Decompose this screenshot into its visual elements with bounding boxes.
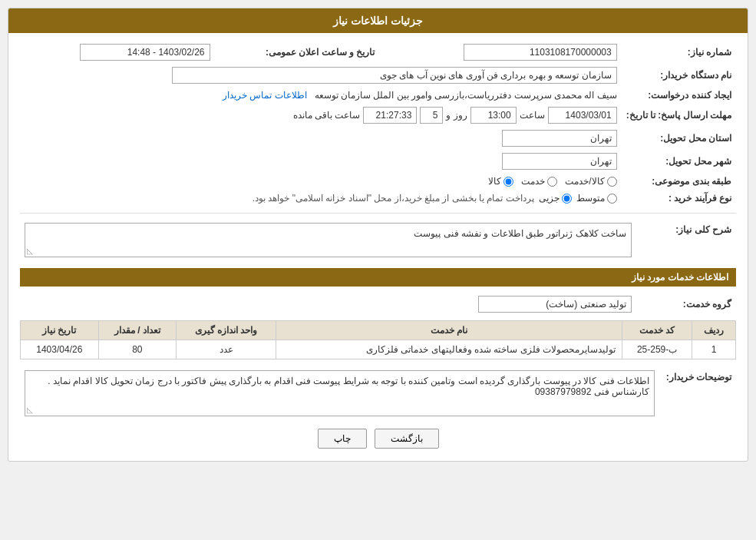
announcement-label: تاریخ و ساعت اعلان عمومی: [215,41,380,64]
creator-label: ایجاد کننده درخواست: [622,87,736,104]
buyer-description-text: اطلاعات فنی کالا در پیوست بارگذاری گردید… [48,376,649,397]
need-number-value-cell: 1103108170000003 [395,41,621,64]
buyer-value: سازمان توسعه و بهره برداری فن آوری های ن… [172,67,617,84]
buyer-value-cell: سازمان توسعه و بهره برداری فن آوری های ن… [20,64,622,87]
category-label: طبقه بندی موضوعی: [622,173,736,190]
response-days-label: روز و [446,110,467,121]
response-time-label: ساعت [520,110,545,121]
group-label: گروه خدمت: [636,293,736,316]
card-body: شماره نیاز: 1103108170000003 تاریخ و ساع… [8,33,748,461]
resize-handle-2: ◺ [27,406,33,414]
cell-qty: 80 [98,340,177,359]
category-option-kala[interactable]: کالا [488,176,513,187]
col-name: نام خدمت [276,321,622,340]
cell-unit: عدد [177,340,276,359]
table-row: 1 ب-259-25 تولیدسایرمحصولات فلزی ساخته ش… [21,340,736,359]
response-deadline-row: 1403/03/01 ساعت 13:00 روز و 5 21:27:33 س… [20,104,622,127]
col-date: تاریخ نیاز [21,321,99,340]
back-button[interactable]: بازگشت [375,429,439,449]
category-label-kala-khadamat: کالا/خدمت [565,176,604,187]
category-radio-kala-khadamat[interactable] [607,177,617,187]
group-value: تولید صنعتی (ساخت) [478,296,632,313]
buyer-description-value: اطلاعات فنی کالا در پیوست بارگذاری گردید… [25,370,655,416]
announcement-value: 1403/02/26 - 14:48 [80,44,210,61]
group-value-cell: تولید صنعتی (ساخت) [20,293,636,316]
category-radio-khadamat[interactable] [547,177,557,187]
creator-value: سیف اله محمدی سرپرست دفترریاست،بازرسی وا… [315,90,617,101]
response-remaining: 21:27:33 [363,107,417,124]
col-unit: واحد اندازه گیری [177,321,276,340]
buyer-description-table: توضیحات خریدار: اطلاعات فنی کالا در پیوس… [20,367,736,419]
need-description-table: شرح کلی نیاز: ساخت کلاهک ژنراتور طبق اطل… [20,220,736,260]
category-label-kala: کالا [488,176,501,187]
process-note: پرداخت تمام یا بخشی از مبلغ خرید،از محل … [253,193,534,204]
province-value: تهران [502,130,617,147]
category-label-khadamat: خدمت [521,176,545,187]
response-days: 5 [420,107,443,124]
category-options-cell: کالا/خدمت خدمت کالا [20,173,622,190]
group-service-table: گروه خدمت: تولید صنعتی (ساخت) [20,293,736,316]
print-button[interactable]: چاپ [318,429,367,449]
creator-value-cell: سیف اله محمدی سرپرست دفترریاست،بازرسی وا… [20,87,622,104]
col-row: ردیف [692,321,736,340]
need-number-value: 1103108170000003 [464,44,617,61]
cell-name: تولیدسایرمحصولات فلزی ساخته شده وفعالیته… [276,340,622,359]
process-label: نوع فرآیند خرید : [622,190,736,207]
city-label: شهر محل تحویل: [622,150,736,173]
services-table: ردیف کد خدمت نام خدمت واحد اندازه گیری ت… [20,320,736,359]
cell-row: 1 [692,340,736,359]
col-qty: تعداد / مقدار [98,321,177,340]
process-label-jozii: جزیی [539,193,560,204]
cell-code: ب-259-25 [622,340,692,359]
cell-date: 1403/04/26 [21,340,99,359]
response-remaining-label: ساعت باقی مانده [293,110,361,121]
button-row: بازگشت چاپ [20,429,736,449]
col-code: کد خدمت [622,321,692,340]
need-description-value-cell: ساخت کلاهک ژنراتور طبق اطلاعات و نفشه فن… [20,220,636,260]
category-option-kala-khadamat[interactable]: کالا/خدمت [565,176,616,187]
buyer-description-label: توضیحات خریدار: [659,367,736,419]
process-label-motavaset: متوسط [576,193,605,204]
city-value: تهران [502,153,617,170]
category-option-khadamat[interactable]: خدمت [521,176,557,187]
creator-link[interactable]: اطلاعات تماس خریدار [223,90,307,101]
main-card: جزئیات اطلاعات نیاز شماره نیاز: 11031081… [8,8,748,462]
page-title: جزئیات اطلاعات نیاز [8,8,748,33]
province-value-cell: تهران [20,127,622,150]
page-container: جزئیات اطلاعات نیاز شماره نیاز: 11031081… [0,0,756,540]
city-value-cell: تهران [20,150,622,173]
process-radio-jozii[interactable] [562,194,572,204]
response-deadline-label: مهلت ارسال پاسخ: تا تاریخ: [622,104,736,127]
services-section-title: اطلاعات خدمات مورد نیاز [20,268,736,287]
province-label: استان محل تحویل: [622,127,736,150]
need-number-label: شماره نیاز: [622,41,736,64]
need-description-label: شرح کلی نیاز: [636,220,736,260]
buyer-description-value-cell: اطلاعات فنی کالا در پیوست بارگذاری گردید… [20,367,659,419]
process-option-jozii[interactable]: جزیی [539,193,572,204]
need-description-text: ساخت کلاهک ژنراتور طبق اطلاعات و نفشه فن… [414,228,626,239]
resize-handle: ◺ [27,247,33,255]
response-date: 1403/03/01 [548,107,617,124]
buyer-label: نام دستگاه خریدار: [622,64,736,87]
process-options-cell: متوسط جزیی پرداخت تمام یا بخشی از مبلغ خ… [20,190,622,207]
process-radio-motavaset[interactable] [607,194,617,204]
process-option-motavaset[interactable]: متوسط [576,193,617,204]
category-radio-kala[interactable] [503,177,513,187]
header-info-table: شماره نیاز: 1103108170000003 تاریخ و ساع… [20,41,736,207]
announcement-value-cell: 1403/02/26 - 14:48 [20,41,215,64]
response-time: 13:00 [470,107,517,124]
need-description-value: ساخت کلاهک ژنراتور طبق اطلاعات و نفشه فن… [25,223,632,257]
